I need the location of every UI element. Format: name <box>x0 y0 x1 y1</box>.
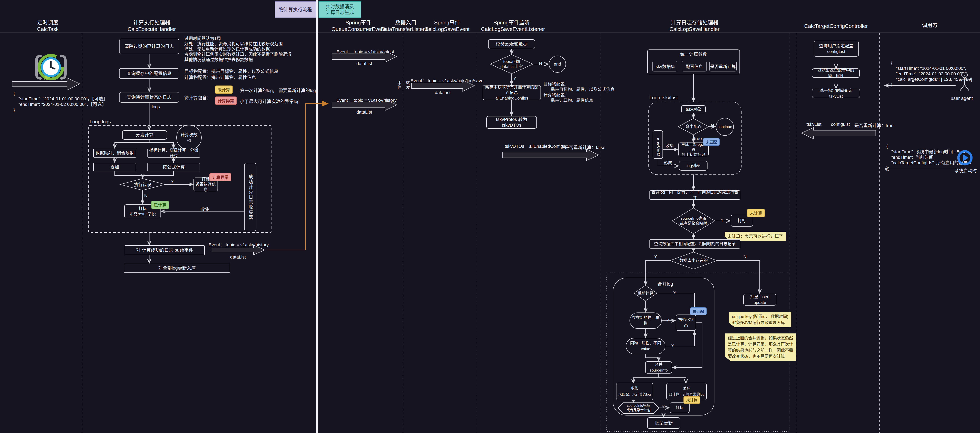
success-log-collector-box: 成功计算日志收集器 <box>244 163 256 231</box>
sequence-flow-diagram: 物计算执行流程 实时数据消费 计算日志生成 定时调度 CalcTask 计算执行… <box>0 0 980 433</box>
event-save-datalist: dataList <box>435 90 450 95</box>
user-agent-icon <box>957 71 972 94</box>
log-collector-box: log收集器 <box>653 130 663 159</box>
chip-tskv-dataset: tskv数据集 <box>652 61 677 71</box>
validate-topic-box: 校验topic和数据 <box>488 39 535 49</box>
topic-ok-decision: topic正确 dataList非空 <box>495 59 528 69</box>
ret-recalc-true: 是否重新计算：true <box>854 122 893 128</box>
listener-config-note: 目标物配置： 携带目标物、属性，以及公式信息 计算物配置： 携带计算物、属性信息 <box>543 81 615 103</box>
tskv-object-box: tskv对象 <box>681 105 706 113</box>
db-exists-yes: Y <box>654 254 657 259</box>
badge-calculated: 已计算 <box>151 201 169 209</box>
exec-error-yes: Y <box>171 179 174 184</box>
forward-word-label: 转发 <box>405 81 411 90</box>
query-db-logs-box: 查询数据库中相同配置、相同时刻的日志记录 <box>649 239 740 249</box>
legend-realtime: 实时数据消费 计算日志生成 <box>318 1 361 18</box>
badge-calc-error-2: 计算异常 <box>209 173 231 181</box>
badge-not-calculated-3: 未计算 <box>684 396 700 404</box>
chip-recalc: 是否重新计算 <box>710 61 737 71</box>
collect-edge-label: 收集 <box>200 206 210 212</box>
pending-label: 待计算包含： <box>184 94 211 101</box>
recalc-decision: 重新计算 <box>635 291 656 296</box>
unify-params-title: 统一计算参数 <box>680 51 707 57</box>
accumulate-box: 累加 <box>93 163 136 171</box>
user-agent-label: user agent <box>951 96 973 101</box>
logs-edge-label: logs <box>152 104 160 109</box>
legend-flow: 物计算执行流程 <box>275 1 316 18</box>
log-form-label: 形成 <box>664 160 672 165</box>
merge-sourceinfo-box: 合并 sourceInfo <box>645 362 672 374</box>
lane-caller: 调用方 <box>893 22 966 29</box>
source-complete-decision: sourceInfo完备 或者是聚合映射 <box>678 216 709 225</box>
badge-not-calculated-2: 未计算 <box>747 209 765 217</box>
db-exists-decision: 数据库中存在的 <box>676 258 711 263</box>
out-arrow-configs: allEnabledConfigs <box>529 144 565 149</box>
query-cached-config-box: 查询缓存中的配置信息 <box>119 68 179 79</box>
lane-calc-task: 定时调度 CalcTask <box>11 19 84 32</box>
system-boot-label: 系统启动时 <box>955 167 977 173</box>
push-event-datalist: dataList <box>230 254 246 260</box>
filter-config-box: 过滤出这些配置中的物、属性 <box>812 68 860 78</box>
badge-not-matched-2: 未匹配 <box>690 308 707 315</box>
query-pending-logs-box: 查询待计算状态的日志 <box>119 92 179 103</box>
push-event-box: 对 计算成功的日志 push事件 <box>125 245 205 255</box>
log-collect-label: 收集 <box>665 143 674 148</box>
system-boot-play-icon <box>957 150 973 166</box>
hit-config-true: true <box>694 136 702 141</box>
lane-calc-execute-handler: 计算执行处理器 CalcExecuteHandler <box>115 19 188 32</box>
event-word-label: 事件 <box>396 81 402 90</box>
calc-task-request-json: { "startTime": "2024-01-01 00:00:00"，【可选… <box>13 90 108 113</box>
new-thing-stadium: 存在新的物、属性 <box>630 312 662 329</box>
topic-ok-no: N <box>539 61 542 66</box>
badge-not-matched: 未匹配 <box>703 138 720 146</box>
event-latest-label: Event： topic = v1/tskv/latest <box>336 48 394 55</box>
config-note: 目标物配置：携带目标物、属性，以及公式信息 计算物配置：携带计算物、属性信息 <box>184 68 315 81</box>
event-save-label: Event： topic = v1/tskv/calc/log/save <box>410 77 484 84</box>
push-event-topic-label: Event： topic = v1/tskv/history <box>208 241 269 247</box>
ret-configlist: configList <box>831 122 850 127</box>
badge-calc-error: 计算异常 <box>215 97 237 105</box>
same-thing-yes: Y <box>671 343 674 349</box>
source-complete-decision-2: sourceInfo完备 或者是聚合映射 <box>622 403 655 412</box>
lane-calc-log-save-event-listener: Spring事件监听 CalcLogSaveEventListener <box>481 19 542 32</box>
clean-expired-note: 过期时间默认为1周 好处：执行性能、资源消耗可以维持在比较乐观范围 坏处：无法重… <box>184 36 315 62</box>
mark-not-calc-box-2: 打标 <box>670 403 690 413</box>
init-state-box: 初始化状态 <box>676 314 696 331</box>
sticky-merge-logic-note: 经过上面的合并逻辑，如果状态仍然 是已计算、计算异常，那么其再次计 算的结果也必… <box>725 333 796 361</box>
db-exists-no: N <box>743 254 747 259</box>
same-thing-stadium: 同物、属性；不同value <box>626 338 665 354</box>
calc-count-circle: 计算次数 +1 <box>177 125 202 150</box>
update-all-logs-box: 对全部log更新入库 <box>124 263 230 273</box>
pending-error-text: 小于最大可计算次数的异常log <box>240 98 299 104</box>
new-thing-yes: Y <box>667 318 670 323</box>
collect-logs-box: 收集 未匹配、未计算的log <box>616 383 653 400</box>
topic-ok-yes: Y <box>513 76 516 81</box>
query-by-time-box: 基于指定时间查询 tskvList <box>812 89 860 98</box>
merge-container-label: 合并log <box>657 280 673 287</box>
exec-error-decision: 执行错误 <box>126 182 159 187</box>
event-history-datalist: dataList <box>356 109 372 115</box>
source-complete2-yes: Y <box>662 405 665 409</box>
loop-logs-label: Loop logs <box>90 119 111 125</box>
clean-expired-logs-box: 清除过期的已计算的日志 <box>119 39 179 54</box>
loop-tskvlist-label: Loop tskvList <box>649 95 678 101</box>
scheduler-clock-icon <box>33 50 68 84</box>
ret-tskvlist: tskvList <box>807 122 821 127</box>
dispatch-calc-box: 分发计算 <box>122 130 167 140</box>
convert-dtos-box: tskvProtos 转为 tskvDTOs <box>486 116 537 128</box>
event-latest-datalist: dataList <box>356 61 372 67</box>
log-list-box: log列表 <box>679 161 708 171</box>
formula-calc-box: 按公式计算 <box>148 163 200 171</box>
continue-circle: continue <box>716 118 734 136</box>
indicator-calc-box: 指标计算、高级计算、分摊计算 <box>148 149 200 157</box>
event-history-label: Event： topic = v1/tskv/history <box>336 97 396 103</box>
get-enabled-configs-box: 缓存中获取所有开启计算的配置信息 allEnabledConfigs <box>483 85 541 100</box>
sticky-unique-key-note: unique key (配置id， 数据时间) 避免多JVM运行导致重复入库 <box>729 312 791 327</box>
batch-update-box: 批量更新 <box>647 417 680 429</box>
query-user-config-box: 查询用户指定配置 configList <box>814 41 859 57</box>
batch-insert-update-box: 批量 insert update <box>743 294 776 306</box>
lane-calc-log-save-handler: 计算日志存储处理器 CalcLogSaveHandler <box>658 19 731 32</box>
source-complete-yes: Y <box>721 218 724 223</box>
exec-error-no: N <box>144 193 148 198</box>
chip-config-info: 配置信息 <box>682 61 707 71</box>
